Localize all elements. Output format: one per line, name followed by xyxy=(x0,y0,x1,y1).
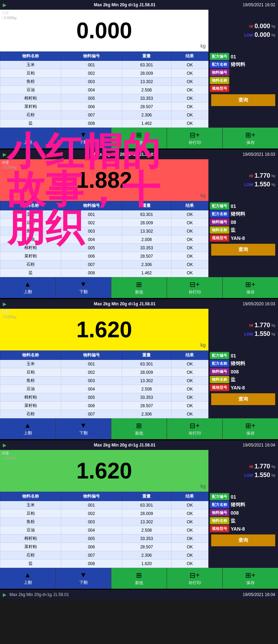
info-value-1: 猪饲料 xyxy=(231,361,245,367)
weight-low-3: LOW 1.550 kg xyxy=(244,472,275,479)
btn-保存[interactable]: ⊞+ 保存 xyxy=(223,128,278,148)
info-row-2: 物料编号 008 xyxy=(210,368,277,375)
btn-保存[interactable]: ⊞+ 保存 xyxy=(223,277,278,298)
data-table-1: 物料名称物料编号重量结果 玉米00163.301OK豆粕00228.009OK鱼… xyxy=(0,201,208,277)
info-label-3: 物料名称 xyxy=(210,376,229,383)
info-value-2: 008 xyxy=(231,510,239,516)
table-row: 玉米00163.301OK xyxy=(0,360,208,368)
topbar-center-2: Max 2kg Min 20g d=1g J1.58.01 xyxy=(94,301,156,306)
btn-label-1: 下翻 xyxy=(79,289,88,295)
panel-3: ▶ Max 2kg Min 20g d=1g J1.58.01 19/05/20… xyxy=(0,299,278,440)
topbar-3: ▶ Max 2kg Min 20g d=1g J1.58.01 19/05/20… xyxy=(0,440,278,450)
data-table-2: 物料名称物料编号重量结果 玉米00163.301OK豆粕00228.009OK鱼… xyxy=(0,351,208,418)
topbar-center-3: Max 2kg Min 20g d=1g J1.58.01 xyxy=(94,443,156,448)
btn-新批[interactable]: ⊞ 新批 xyxy=(111,128,167,148)
weight-side-3: HI 1.770 kg LOW 1.550 kg xyxy=(208,450,278,492)
btn-label-2: 新批 xyxy=(135,430,143,436)
btn-icon-1: ▼ xyxy=(80,571,87,579)
btn-icon-4: ⊞+ xyxy=(245,421,255,430)
weight-value-2: 1.620 xyxy=(76,319,132,341)
btn-新批[interactable]: ⊞ 新批 xyxy=(111,277,167,298)
weight-unit-0: kg xyxy=(200,43,206,49)
table-row: 鱼粉00313.302OK xyxy=(0,78,208,86)
btn-label-2: 新批 xyxy=(135,580,143,586)
btn-下翻[interactable]: ▼ 下翻 xyxy=(56,128,111,148)
info-row-0: 配方编号 01 xyxy=(210,53,277,60)
panel-4: ▶ Max 2kg Min 20g d=1g J1.58.01 19/05/20… xyxy=(0,440,278,590)
btn-新批[interactable]: ⊞ 新批 xyxy=(111,568,167,589)
info-value-0: 01 xyxy=(231,353,236,359)
weight-value-0: 0.000 xyxy=(76,19,132,42)
weight-unit-3: kg xyxy=(200,483,206,489)
info-label-1: 配方名称 xyxy=(210,61,229,68)
info-label-1: 配方名称 xyxy=(210,501,229,508)
btn-下翻[interactable]: ▼ 下翻 xyxy=(56,568,111,589)
table-row: 豆粕00228.009OK xyxy=(0,219,208,227)
btn-上翻[interactable]: ▲ 上翻 xyxy=(0,568,56,589)
btn-下翻[interactable]: ▼ 下翻 xyxy=(56,277,111,298)
btn-label-3: 补打印 xyxy=(189,580,201,586)
topbar-right-1: 19/05/2021 16:03 xyxy=(243,152,275,157)
query-button-1[interactable]: 查询 xyxy=(211,244,275,256)
btn-icon-1: ▼ xyxy=(80,421,87,429)
table-row: 玉米00163.301OK xyxy=(0,501,208,509)
info-value-0: 01 xyxy=(231,54,236,59)
btn-label-3: 补打印 xyxy=(189,430,201,436)
btn-补打印[interactable]: ⊟+ 补打印 xyxy=(167,418,223,439)
table-row: 豆粕00228.009OK xyxy=(0,69,208,78)
info-panel-2: 配方编号 01 配方名称 猪饲料 物料编号 008 物料名称 盐 规格型号 YA… xyxy=(208,351,278,418)
info-value-2: 008 xyxy=(231,369,239,375)
btn-icon-3: ⊟+ xyxy=(190,131,200,139)
btn-label-1: 下翻 xyxy=(79,580,88,586)
table-row: 菜籽粕00628.507OK xyxy=(0,402,208,410)
btn-上翻[interactable]: ▲ 上翻 xyxy=(0,418,56,439)
topbar-0: ▶ Max 2kg Min 20g d=1g J1.58.01 19/05/20… xyxy=(0,0,278,10)
table-left-3: 物料名称物料编号重量结果 玉米00163.301OK豆粕00228.009OK鱼… xyxy=(0,492,208,568)
table-row: 棉籽粕00533.353OK xyxy=(0,534,208,543)
btn-保存[interactable]: ⊞+ 保存 xyxy=(223,418,278,439)
info-value-1: 猪饲料 xyxy=(231,211,245,217)
info-value-0: 01 xyxy=(231,203,236,209)
weight-main-2: 净重 ↑:0.000kg 1.620 kg xyxy=(0,309,208,351)
info-label-4: 规格型号 xyxy=(210,384,229,391)
weight-zero-label-3: ↑:0.000kg xyxy=(1,456,16,460)
weight-low-1: LOW 1.550 kg xyxy=(244,181,275,188)
query-button-0[interactable]: 查询 xyxy=(211,94,275,106)
topbar-center-1: Max 2kg Min 20g d=1g J1.58.01 xyxy=(94,152,156,157)
info-label-0: 配方编号 xyxy=(210,352,229,359)
table-left-2: 物料名称物料编号重量结果 玉米00163.301OK豆粕00228.009OK鱼… xyxy=(0,351,208,418)
btn-label-4: 保存 xyxy=(246,289,255,295)
info-value-1: 猪饲料 xyxy=(231,502,245,508)
info-label-2: 物料编号 xyxy=(210,69,229,76)
btn-label-2: 新批 xyxy=(135,140,143,146)
signal-icon-0: ▶ xyxy=(3,2,7,8)
btn-下翻[interactable]: ▼ 下翻 xyxy=(56,418,111,439)
btn-保存[interactable]: ⊞+ 保存 xyxy=(223,568,278,589)
table-row: 鱼粉00313.302OK xyxy=(0,227,208,235)
btn-label-2: 新批 xyxy=(135,289,143,295)
btn-补打印[interactable]: ⊟+ 补打印 xyxy=(167,568,223,589)
weight-low-0: LOW 0.000 kg xyxy=(244,31,275,39)
table-left-0: 物料名称物料编号重量结果 玉米00163.301OK豆粕00228.009OK鱼… xyxy=(0,51,208,128)
weight-label-2: 净重 xyxy=(1,309,9,315)
btn-补打印[interactable]: ⊟+ 补打印 xyxy=(167,128,223,148)
btn-icon-0: ▲ xyxy=(24,280,31,288)
weight-value-1: 1.882 xyxy=(76,169,132,191)
btn-新批[interactable]: ⊞ 新批 xyxy=(111,418,167,439)
info-value-3: 盐 xyxy=(231,518,236,524)
weight-zero-label-2: ↑:0.000kg xyxy=(1,315,16,319)
weight-label-3: 净重 xyxy=(1,451,9,456)
weight-zero-label-1: ↑:0.000kg xyxy=(1,166,16,169)
btn-补打印[interactable]: ⊟+ 补打印 xyxy=(167,277,223,298)
table-row: 豆油0042.508OK xyxy=(0,86,208,94)
btn-上翻[interactable]: ▲ 上翻 xyxy=(0,128,56,148)
btn-label-3: 补打印 xyxy=(189,140,201,146)
weight-area-0: 净重 ↑:0.000kg 0.000 kg HI 0.000 kg LOW 0.… xyxy=(0,10,278,51)
data-table-3: 物料名称物料编号重量结果 玉米00163.301OK豆粕00228.009OK鱼… xyxy=(0,492,208,568)
btn-上翻[interactable]: ▲ 上翻 xyxy=(0,277,56,298)
table-row: 石粉0072.306OK xyxy=(0,551,208,560)
table-row: 鱼粉00313.302OK xyxy=(0,377,208,385)
btn-label-0: 上翻 xyxy=(24,580,32,586)
query-button-3[interactable]: 查询 xyxy=(211,534,275,546)
query-button-2[interactable]: 查询 xyxy=(211,393,275,405)
